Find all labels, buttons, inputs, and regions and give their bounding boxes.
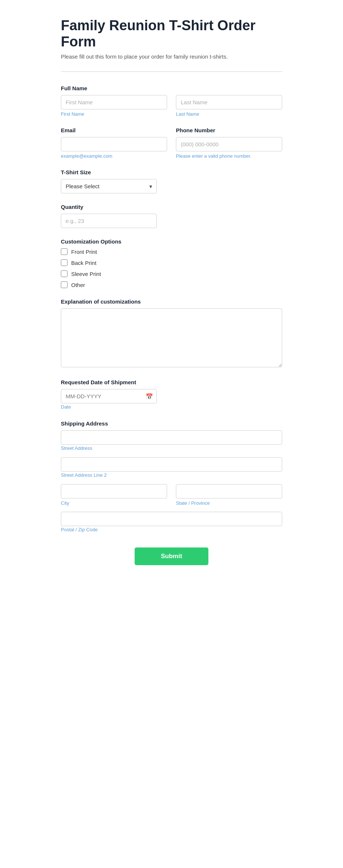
quantity-input[interactable] — [61, 214, 157, 228]
shipping-label: Shipping Address — [61, 420, 282, 427]
postal-hint: Postal / Zip Code — [61, 527, 98, 532]
page-title: Family Reunion T-Shirt Order Form — [61, 18, 282, 50]
phone-hint: Please enter a valid phone number. — [176, 153, 282, 159]
email-hint: example@example.com — [61, 153, 167, 159]
sleeve-print-label: Sleeve Print — [71, 271, 101, 277]
date-hint: Date — [61, 404, 71, 410]
other-label: Other — [71, 282, 85, 288]
postal-input[interactable] — [61, 512, 282, 526]
city-field: City — [61, 484, 167, 506]
street-address-line2-hint: Street Address Line 2 — [61, 472, 107, 478]
phone-field-container: Phone Number Please enter a valid phone … — [176, 127, 282, 159]
quantity-label: Quantity — [61, 204, 282, 210]
submit-button[interactable]: Submit — [135, 547, 208, 565]
front-print-label: Front Print — [71, 249, 97, 255]
explanation-section: Explanation of customizations — [61, 298, 282, 369]
back-print-label: Back Print — [71, 260, 96, 266]
customization-section: Customization Options Front Print Back P… — [61, 238, 282, 288]
last-name-field: Last Name — [176, 95, 282, 117]
date-input[interactable] — [61, 389, 157, 403]
checkbox-back-print[interactable]: Back Print — [61, 259, 282, 266]
city-hint: City — [61, 500, 167, 506]
state-field: State / Province — [176, 484, 282, 506]
phone-label: Phone Number — [176, 127, 282, 133]
checkbox-group: Front Print Back Print Sleeve Print Othe… — [61, 248, 282, 288]
explanation-textarea[interactable] — [61, 308, 282, 367]
street-address-input[interactable] — [61, 430, 282, 445]
shipment-date-section: Requested Date of Shipment 📅 Date — [61, 379, 282, 410]
section-divider — [61, 71, 282, 72]
email-input[interactable] — [61, 137, 167, 151]
explanation-label: Explanation of customizations — [61, 298, 282, 305]
checkbox-sleeve-print[interactable]: Sleeve Print — [61, 270, 282, 277]
full-name-label: Full Name — [61, 85, 282, 91]
customization-label: Customization Options — [61, 238, 282, 245]
state-hint: State / Province — [176, 500, 282, 506]
street-address-row: Street Address — [61, 430, 282, 451]
other-checkbox[interactable] — [61, 281, 67, 288]
first-name-input[interactable] — [61, 95, 167, 109]
first-name-hint: First Name — [61, 111, 167, 117]
date-wrapper: 📅 — [61, 389, 157, 403]
tshirt-size-section: T-Shirt Size Please Select XS S M L XL 2… — [61, 169, 282, 193]
checkbox-front-print[interactable]: Front Print — [61, 248, 282, 255]
back-print-checkbox[interactable] — [61, 259, 67, 266]
full-name-section: Full Name First Name Last Name — [61, 85, 282, 117]
city-state-row: City State / Province — [61, 484, 282, 506]
postal-row: Postal / Zip Code — [61, 512, 282, 533]
shipping-section: Shipping Address Street Address Street A… — [61, 420, 282, 533]
tshirt-size-select[interactable]: Please Select XS S M L XL 2XL 3XL — [61, 179, 157, 193]
city-input[interactable] — [61, 484, 167, 498]
first-name-field: First Name — [61, 95, 167, 117]
tshirt-size-wrapper: Please Select XS S M L XL 2XL 3XL ▼ — [61, 179, 157, 193]
last-name-hint: Last Name — [176, 111, 282, 117]
street-address-line2-row: Street Address Line 2 — [61, 457, 282, 478]
street-address-line2-input[interactable] — [61, 457, 282, 472]
sleeve-print-checkbox[interactable] — [61, 270, 67, 277]
checkbox-other[interactable]: Other — [61, 281, 282, 288]
street-address-hint: Street Address — [61, 445, 92, 451]
email-label: Email — [61, 127, 167, 133]
email-field-container: Email example@example.com — [61, 127, 167, 159]
email-phone-section: Email example@example.com Phone Number P… — [61, 127, 282, 159]
page-subtitle: Please fill out this form to place your … — [61, 53, 282, 60]
shipment-date-label: Requested Date of Shipment — [61, 379, 282, 385]
state-input[interactable] — [176, 484, 282, 498]
phone-input[interactable] — [176, 137, 282, 151]
tshirt-size-label: T-Shirt Size — [61, 169, 282, 175]
front-print-checkbox[interactable] — [61, 248, 67, 255]
quantity-section: Quantity — [61, 204, 282, 228]
last-name-input[interactable] — [176, 95, 282, 109]
